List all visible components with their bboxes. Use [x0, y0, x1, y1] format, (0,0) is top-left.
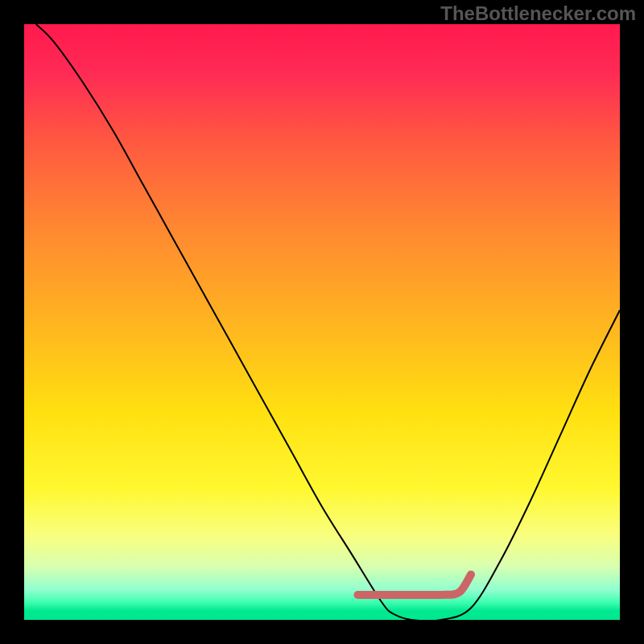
gradient-background [24, 24, 620, 620]
watermark-text: TheBottlenecker.com [440, 2, 636, 25]
plot-area [24, 24, 620, 620]
chart-container: TheBottlenecker.com [0, 0, 644, 644]
svg-rect-0 [24, 24, 620, 620]
